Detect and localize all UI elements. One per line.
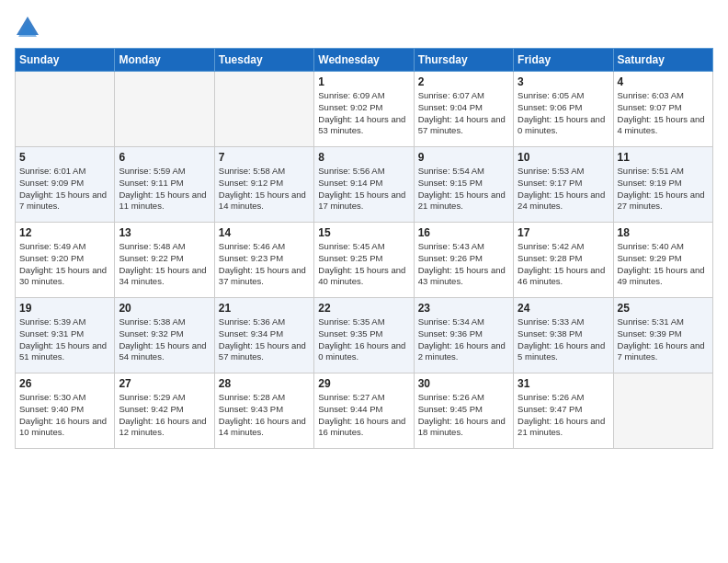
day-number: 18 <box>618 226 709 239</box>
calendar-cell: 23Sunrise: 5:34 AM Sunset: 9:36 PM Dayli… <box>414 298 513 373</box>
day-number: 14 <box>219 226 310 239</box>
calendar-cell <box>214 72 313 147</box>
calendar-cell: 20Sunrise: 5:38 AM Sunset: 9:32 PM Dayli… <box>115 298 214 373</box>
day-number: 12 <box>19 226 110 239</box>
day-number: 15 <box>318 226 409 239</box>
day-number: 9 <box>418 151 509 164</box>
day-info: Sunrise: 5:51 AM Sunset: 9:19 PM Dayligh… <box>618 166 709 213</box>
logo <box>15 15 44 40</box>
day-info: Sunrise: 5:48 AM Sunset: 9:22 PM Dayligh… <box>119 241 210 288</box>
day-info: Sunrise: 5:36 AM Sunset: 9:34 PM Dayligh… <box>219 316 310 363</box>
week-row-3: 19Sunrise: 5:39 AM Sunset: 9:31 PM Dayli… <box>16 298 713 373</box>
day-info: Sunrise: 5:29 AM Sunset: 9:42 PM Dayligh… <box>119 392 210 439</box>
calendar-cell: 18Sunrise: 5:40 AM Sunset: 9:29 PM Dayli… <box>613 223 712 298</box>
calendar-cell: 17Sunrise: 5:42 AM Sunset: 9:28 PM Dayli… <box>514 223 613 298</box>
day-info: Sunrise: 5:43 AM Sunset: 9:26 PM Dayligh… <box>418 241 509 288</box>
day-info: Sunrise: 5:26 AM Sunset: 9:47 PM Dayligh… <box>518 392 609 439</box>
day-number: 31 <box>518 377 609 390</box>
week-row-4: 26Sunrise: 5:30 AM Sunset: 9:40 PM Dayli… <box>16 373 713 449</box>
day-number: 3 <box>518 75 609 88</box>
day-number: 19 <box>19 302 110 315</box>
weekday-header-tuesday: Tuesday <box>214 49 313 72</box>
day-number: 5 <box>19 151 110 164</box>
calendar-cell: 14Sunrise: 5:46 AM Sunset: 9:23 PM Dayli… <box>214 223 313 298</box>
day-info: Sunrise: 5:59 AM Sunset: 9:11 PM Dayligh… <box>119 166 210 213</box>
calendar-cell: 21Sunrise: 5:36 AM Sunset: 9:34 PM Dayli… <box>214 298 313 373</box>
calendar: SundayMondayTuesdayWednesdayThursdayFrid… <box>15 48 713 449</box>
header <box>15 15 713 40</box>
day-number: 26 <box>19 377 110 390</box>
day-info: Sunrise: 6:07 AM Sunset: 9:04 PM Dayligh… <box>418 90 509 137</box>
calendar-cell: 11Sunrise: 5:51 AM Sunset: 9:19 PM Dayli… <box>613 147 712 223</box>
day-info: Sunrise: 5:58 AM Sunset: 9:12 PM Dayligh… <box>219 166 310 213</box>
day-number: 20 <box>119 302 210 315</box>
calendar-cell: 29Sunrise: 5:27 AM Sunset: 9:44 PM Dayli… <box>314 373 414 449</box>
weekday-header-sunday: Sunday <box>16 49 115 72</box>
day-number: 10 <box>518 151 609 164</box>
logo-icon <box>15 15 40 40</box>
calendar-cell: 28Sunrise: 5:28 AM Sunset: 9:43 PM Dayli… <box>214 373 313 449</box>
week-row-2: 12Sunrise: 5:49 AM Sunset: 9:20 PM Dayli… <box>16 223 713 298</box>
day-number: 17 <box>518 226 609 239</box>
day-info: Sunrise: 5:38 AM Sunset: 9:32 PM Dayligh… <box>119 316 210 363</box>
day-info: Sunrise: 5:40 AM Sunset: 9:29 PM Dayligh… <box>618 241 709 288</box>
weekday-header-saturday: Saturday <box>613 49 712 72</box>
day-info: Sunrise: 5:42 AM Sunset: 9:28 PM Dayligh… <box>518 241 609 288</box>
calendar-cell: 19Sunrise: 5:39 AM Sunset: 9:31 PM Dayli… <box>16 298 115 373</box>
day-info: Sunrise: 5:30 AM Sunset: 9:40 PM Dayligh… <box>19 392 110 439</box>
weekday-header-wednesday: Wednesday <box>314 49 414 72</box>
day-info: Sunrise: 5:27 AM Sunset: 9:44 PM Dayligh… <box>318 392 409 439</box>
day-info: Sunrise: 6:03 AM Sunset: 9:07 PM Dayligh… <box>618 90 709 137</box>
calendar-cell <box>16 72 115 147</box>
day-info: Sunrise: 5:34 AM Sunset: 9:36 PM Dayligh… <box>418 316 509 363</box>
week-row-0: 1Sunrise: 6:09 AM Sunset: 9:02 PM Daylig… <box>16 72 713 147</box>
day-info: Sunrise: 5:46 AM Sunset: 9:23 PM Dayligh… <box>219 241 310 288</box>
calendar-cell: 22Sunrise: 5:35 AM Sunset: 9:35 PM Dayli… <box>314 298 414 373</box>
weekday-header-row: SundayMondayTuesdayWednesdayThursdayFrid… <box>16 49 713 72</box>
day-number: 23 <box>418 302 509 315</box>
calendar-cell: 25Sunrise: 5:31 AM Sunset: 9:39 PM Dayli… <box>613 298 712 373</box>
day-info: Sunrise: 5:28 AM Sunset: 9:43 PM Dayligh… <box>219 392 310 439</box>
day-info: Sunrise: 5:33 AM Sunset: 9:38 PM Dayligh… <box>518 316 609 363</box>
day-number: 30 <box>418 377 509 390</box>
calendar-cell: 26Sunrise: 5:30 AM Sunset: 9:40 PM Dayli… <box>16 373 115 449</box>
calendar-cell: 5Sunrise: 6:01 AM Sunset: 9:09 PM Daylig… <box>16 147 115 223</box>
calendar-cell <box>115 72 214 147</box>
page: SundayMondayTuesdayWednesdayThursdayFrid… <box>0 0 728 563</box>
day-info: Sunrise: 5:54 AM Sunset: 9:15 PM Dayligh… <box>418 166 509 213</box>
calendar-cell: 9Sunrise: 5:54 AM Sunset: 9:15 PM Daylig… <box>414 147 513 223</box>
calendar-cell: 16Sunrise: 5:43 AM Sunset: 9:26 PM Dayli… <box>414 223 513 298</box>
day-number: 2 <box>418 75 509 88</box>
calendar-cell <box>613 373 712 449</box>
day-number: 21 <box>219 302 310 315</box>
day-number: 13 <box>119 226 210 239</box>
day-number: 29 <box>318 377 409 390</box>
day-number: 27 <box>119 377 210 390</box>
day-number: 6 <box>119 151 210 164</box>
calendar-cell: 12Sunrise: 5:49 AM Sunset: 9:20 PM Dayli… <box>16 223 115 298</box>
day-info: Sunrise: 6:01 AM Sunset: 9:09 PM Dayligh… <box>19 166 110 213</box>
day-info: Sunrise: 5:39 AM Sunset: 9:31 PM Dayligh… <box>19 316 110 363</box>
day-number: 24 <box>518 302 609 315</box>
calendar-cell: 15Sunrise: 5:45 AM Sunset: 9:25 PM Dayli… <box>314 223 414 298</box>
calendar-cell: 8Sunrise: 5:56 AM Sunset: 9:14 PM Daylig… <box>314 147 414 223</box>
calendar-cell: 2Sunrise: 6:07 AM Sunset: 9:04 PM Daylig… <box>414 72 513 147</box>
weekday-header-thursday: Thursday <box>414 49 513 72</box>
weekday-header-monday: Monday <box>115 49 214 72</box>
calendar-cell: 24Sunrise: 5:33 AM Sunset: 9:38 PM Dayli… <box>514 298 613 373</box>
day-info: Sunrise: 6:09 AM Sunset: 9:02 PM Dayligh… <box>318 90 409 137</box>
calendar-cell: 27Sunrise: 5:29 AM Sunset: 9:42 PM Dayli… <box>115 373 214 449</box>
calendar-cell: 30Sunrise: 5:26 AM Sunset: 9:45 PM Dayli… <box>414 373 513 449</box>
week-row-1: 5Sunrise: 6:01 AM Sunset: 9:09 PM Daylig… <box>16 147 713 223</box>
calendar-cell: 6Sunrise: 5:59 AM Sunset: 9:11 PM Daylig… <box>115 147 214 223</box>
day-info: Sunrise: 5:31 AM Sunset: 9:39 PM Dayligh… <box>618 316 709 363</box>
day-number: 16 <box>418 226 509 239</box>
day-info: Sunrise: 5:26 AM Sunset: 9:45 PM Dayligh… <box>418 392 509 439</box>
day-info: Sunrise: 5:45 AM Sunset: 9:25 PM Dayligh… <box>318 241 409 288</box>
day-number: 25 <box>618 302 709 315</box>
weekday-header-friday: Friday <box>514 49 613 72</box>
calendar-cell: 31Sunrise: 5:26 AM Sunset: 9:47 PM Dayli… <box>514 373 613 449</box>
day-number: 28 <box>219 377 310 390</box>
day-number: 8 <box>318 151 409 164</box>
day-number: 11 <box>618 151 709 164</box>
